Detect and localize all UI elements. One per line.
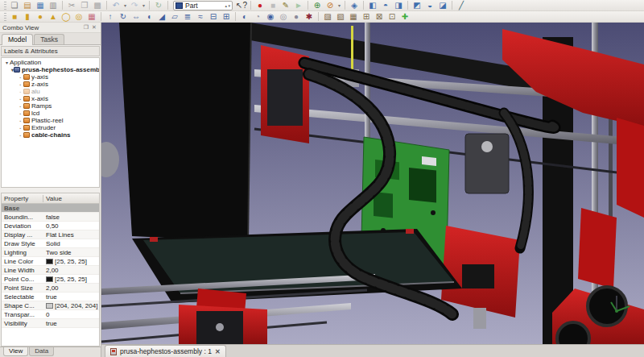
view-axonometric-icon[interactable]: ◈ — [348, 0, 361, 10]
property-row[interactable]: Selectabletrue — [2, 293, 99, 301]
tree-item-alu[interactable]: ▪alu — [2, 88, 99, 95]
property-row[interactable]: Display ...Flat Lines — [2, 230, 99, 239]
close-document-icon[interactable]: ✕ — [215, 348, 221, 355]
expand-arrow-icon[interactable]: ▾ — [4, 60, 10, 65]
property-row[interactable]: Point Co...[25, 25, 25] — [2, 275, 99, 284]
property-value[interactable]: 2,00 — [43, 267, 99, 274]
tree-item-prusa-hephestos-assembly[interactable]: ▾prusa-hephestos-assembly — [2, 66, 99, 73]
tab-tasks[interactable]: Tasks — [34, 34, 64, 44]
property-row[interactable]: Visibilitytrue — [2, 319, 99, 328]
close-panel-icon[interactable]: ✕ — [90, 24, 98, 31]
view-right-icon[interactable]: ◨ — [392, 0, 405, 10]
property-value[interactable]: false — [43, 214, 99, 221]
tree-item-cable-chains[interactable]: ▪cable-chains — [2, 131, 99, 139]
new-file-icon[interactable]: ❏ — [8, 0, 21, 10]
save-icon[interactable]: ▦ — [34, 0, 47, 10]
view-rear-icon[interactable]: ◩ — [411, 0, 423, 10]
draw-style-icon[interactable]: ⊘ — [324, 0, 336, 10]
boolean-cut-icon[interactable]: ◔ — [251, 11, 264, 22]
defeaturing-icon[interactable]: ✱ — [303, 11, 316, 22]
tree-item-y-axis[interactable]: ▪y-axis — [2, 73, 99, 81]
add-icon[interactable]: ✚ — [398, 11, 411, 22]
property-value[interactable]: 0 — [43, 311, 99, 318]
fillet-icon[interactable]: ◖ — [142, 11, 155, 22]
redo-menu-icon[interactable]: ▾ — [141, 2, 147, 8]
view-top-icon[interactable]: ◓ — [379, 0, 392, 10]
tree-item-application[interactable]: ▾Application — [2, 59, 99, 66]
loft-icon[interactable]: ≣ — [181, 11, 194, 22]
3d-viewport[interactable] — [101, 23, 644, 344]
tree-item-z-axis[interactable]: ▪z-axis — [2, 81, 99, 88]
revolve-icon[interactable]: ↻ — [117, 11, 130, 22]
property-value[interactable]: true — [43, 320, 99, 327]
property-value[interactable]: 0,50 — [43, 222, 99, 230]
part-torus-icon[interactable]: ◯ — [60, 11, 72, 22]
tab-view[interactable]: View — [3, 347, 28, 356]
part-cone-icon[interactable]: ▲ — [47, 11, 60, 22]
undo-icon[interactable]: ↶ — [109, 0, 122, 10]
sweep-icon[interactable]: ≈ — [194, 11, 207, 22]
macro-play-icon[interactable]: ► — [292, 0, 305, 10]
draw-style-menu-icon[interactable]: ▾ — [336, 2, 342, 8]
part-tube-icon[interactable]: ◎ — [72, 11, 85, 22]
copy-icon[interactable]: ❐ — [78, 0, 91, 10]
property-value[interactable]: Flat Lines — [43, 231, 99, 239]
ruled-surface-icon[interactable]: ▱ — [168, 11, 181, 22]
boolean-icon[interactable]: ◐ — [238, 11, 251, 22]
tree-item-ramps[interactable]: ▪Ramps — [2, 102, 99, 110]
compound-icon[interactable]: ⊞ — [360, 11, 373, 22]
tab-model[interactable]: Model — [2, 34, 33, 45]
property-value[interactable]: [25, 25, 25] — [43, 276, 99, 283]
property-row[interactable]: Point Size2,00 — [2, 284, 99, 293]
property-value[interactable]: 2,00 — [43, 284, 99, 292]
join-cutout-icon[interactable]: ▦ — [347, 11, 360, 22]
property-row[interactable]: Line Width2,00 — [2, 266, 99, 275]
redo-icon[interactable]: ↷ — [128, 0, 141, 10]
property-row[interactable]: Line Color[25, 25, 25] — [2, 257, 99, 266]
paste-icon[interactable]: ▩ — [91, 0, 104, 10]
undo-menu-icon[interactable]: ▾ — [122, 2, 128, 8]
property-value[interactable]: [204, 204, 204] — [43, 302, 99, 309]
property-row[interactable]: Transpar...0 — [2, 310, 99, 319]
document-tab[interactable]: prusa-hephestos-assembly : 1 ✕ — [105, 345, 226, 357]
property-value[interactable]: true — [43, 293, 99, 301]
property-row[interactable]: Shape C...[204, 204, 204] — [2, 301, 99, 310]
tab-data[interactable]: Data — [29, 347, 54, 356]
macro-stop-icon[interactable]: ■ — [266, 0, 279, 10]
property-row[interactable]: LightingTwo side — [2, 248, 99, 257]
join-connect-icon[interactable]: ▨ — [321, 11, 334, 22]
print-icon[interactable]: ▥ — [47, 0, 60, 10]
section-icon[interactable]: ⊟ — [207, 11, 220, 22]
explode-compound-icon[interactable]: ⊡ — [386, 11, 398, 22]
open-folder-icon[interactable]: ▤ — [21, 0, 34, 10]
cut-icon[interactable]: ✂ — [65, 0, 78, 10]
part-sphere-icon[interactable]: ● — [34, 11, 47, 22]
property-row[interactable]: Deviation0,50 — [2, 222, 99, 230]
property-row[interactable]: Draw StyleSolid — [2, 239, 99, 248]
tree-item-lcd[interactable]: ▪lcd — [2, 110, 99, 117]
part-box-icon[interactable]: ■ — [8, 11, 21, 22]
shape-builder-icon[interactable]: ▦ — [85, 11, 98, 22]
cross-sections-icon[interactable]: ⊞ — [220, 11, 233, 22]
mirror-icon[interactable]: ⇔ — [130, 11, 142, 22]
tree-item-x-axis[interactable]: ▪x-axis — [2, 95, 99, 102]
view-left-icon[interactable]: ◪ — [436, 0, 449, 10]
property-row[interactable]: Base — [2, 204, 99, 213]
whats-this-icon[interactable]: ↖? — [235, 0, 248, 10]
tree-item-extruder[interactable]: ▪Extruder — [2, 124, 99, 131]
connect-icon[interactable]: ● — [290, 11, 303, 22]
refresh-icon[interactable]: ↻ — [152, 0, 165, 10]
tree-item-plastic-reel[interactable]: ▪Plastic-reel — [2, 117, 99, 124]
property-value[interactable]: Solid — [43, 240, 99, 247]
macro-record-icon[interactable]: ● — [254, 0, 266, 10]
macro-edit-icon[interactable]: ✎ — [279, 0, 292, 10]
compsolid-icon[interactable]: ⊠ — [373, 11, 386, 22]
toolbar-handle[interactable] — [4, 2, 6, 10]
join-embed-icon[interactable]: ▧ — [334, 11, 347, 22]
float-panel-icon[interactable]: ❐ — [82, 24, 90, 31]
property-value[interactable]: Two side — [43, 249, 99, 256]
toolbar-handle[interactable] — [4, 13, 6, 21]
view-bottom-icon[interactable]: ◒ — [423, 0, 436, 10]
property-value[interactable]: [25, 25, 25] — [43, 258, 99, 265]
extrude-icon[interactable]: ↑ — [104, 11, 117, 22]
